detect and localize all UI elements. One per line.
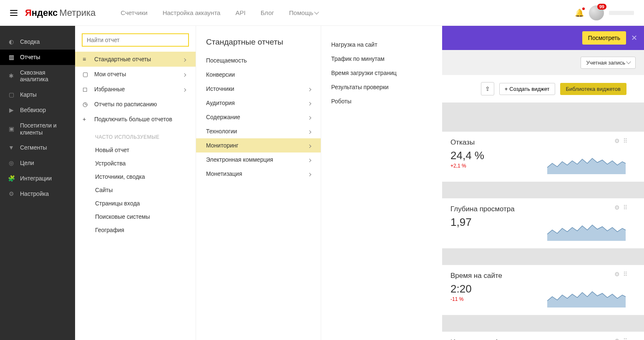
freq-report-5[interactable]: Поисковые системы	[75, 210, 196, 223]
drag-icon[interactable]: ⠿	[623, 138, 627, 144]
std-report-label: Источники	[206, 85, 234, 92]
close-icon[interactable]: ✕	[631, 33, 637, 42]
export-icon[interactable]: ⇪	[481, 82, 494, 95]
drag-icon[interactable]: ⠿	[623, 271, 627, 278]
chevron-right-icon	[308, 156, 311, 163]
report-group-0[interactable]: Стандартные отчеты	[75, 52, 196, 67]
search-input[interactable]	[87, 37, 184, 43]
reports-panel: Стандартные отчетыМои отчетыИзбранныеОтч…	[75, 26, 196, 340]
sidebar-label: Цели	[20, 160, 68, 167]
account-dropdown[interactable]: Учетная запись	[581, 57, 636, 69]
chevron-right-icon	[308, 114, 311, 120]
freq-report-0[interactable]: Новый отчет	[75, 143, 196, 157]
widget-2: ⚙⠿Время на сайте2:20-11 %	[442, 265, 644, 315]
gear-icon[interactable]: ⚙	[614, 204, 620, 211]
std-report-label: Аудитория	[206, 100, 235, 106]
widget-1: ⚙⠿Глубина просмотра1,97	[442, 198, 644, 248]
freq-report-4[interactable]: Страницы входа	[75, 197, 196, 210]
std-report-7[interactable]: Электронная коммерция	[196, 152, 321, 167]
sidebar-label: Вебвизор	[20, 107, 68, 114]
widget-title: Время на сайте	[450, 272, 626, 280]
monitoring-item-2[interactable]: Время загрузки страниц	[321, 66, 442, 80]
nav-api[interactable]: API	[235, 9, 245, 16]
sidebar-icon	[8, 175, 15, 182]
monitoring-item-0[interactable]: Нагрузка на сайт	[321, 38, 442, 52]
sidebar-label: Сквозная аналитика	[20, 69, 68, 83]
report-label: Подключить больше отчетов	[94, 116, 172, 122]
avatar[interactable]: 99	[589, 5, 604, 20]
dashboard-area: Посмотреть ✕ Учетная запись ⇪ +Создать в…	[442, 26, 644, 340]
sidebar-icon	[8, 54, 15, 61]
logo-y: Я	[25, 8, 32, 18]
report-group-4[interactable]: Подключить больше отчетов	[75, 112, 196, 127]
std-report-8[interactable]: Монетизация	[196, 167, 321, 181]
report-label: Мои отчеты	[94, 71, 126, 78]
sidebar-item-3[interactable]: Карты	[0, 87, 75, 102]
std-report-1[interactable]: Конверсии	[196, 68, 321, 82]
sidebar-icon	[8, 125, 15, 132]
freq-used-header: ЧАСТО ИСПОЛЬЗУЕМЫЕ	[75, 127, 196, 143]
sidebar-item-2[interactable]: Сквозная аналитика	[0, 65, 75, 88]
drag-icon[interactable]: ⠿	[623, 338, 627, 340]
sidebar-item-7[interactable]: Цели	[0, 155, 75, 171]
freq-report-3[interactable]: Сайты	[75, 183, 196, 197]
view-button[interactable]: Посмотреть	[582, 31, 626, 45]
toolbar-row: Учетная запись	[442, 50, 644, 75]
freq-report-6[interactable]: География	[75, 223, 196, 237]
freq-report-2[interactable]: Источники, сводка	[75, 170, 196, 183]
std-report-6[interactable]: Мониторинг	[196, 138, 321, 152]
gear-icon[interactable]: ⚙	[614, 338, 620, 340]
header: Яндекс Метрика Счетчики Настройка аккаун…	[0, 0, 644, 26]
std-report-0[interactable]: Посещаемость	[196, 53, 321, 68]
sidebar-label: Настройка	[20, 190, 68, 198]
sidebar-item-0[interactable]: Сводка	[0, 34, 75, 50]
gear-icon[interactable]: ⚙	[614, 138, 620, 144]
nav-counters[interactable]: Счетчики	[121, 9, 147, 16]
sidebar-item-6[interactable]: Сегменты	[0, 140, 75, 155]
sidebar-item-8[interactable]: Интеграции	[0, 171, 75, 186]
logo[interactable]: Яндекс Метрика	[25, 8, 96, 18]
nav-account-settings[interactable]: Настройка аккаунта	[163, 9, 221, 16]
widget-title: Глубина просмотра	[450, 205, 626, 213]
bell-icon[interactable]: 🔔	[575, 8, 584, 18]
std-report-2[interactable]: Источники	[196, 82, 321, 96]
sparkline	[547, 222, 626, 241]
report-group-3[interactable]: Отчеты по расписанию	[75, 97, 196, 112]
widget-title: Источник трафика	[450, 338, 626, 340]
widget-library-button[interactable]: Библиотека виджетов	[560, 83, 627, 95]
sidebar-icon	[8, 91, 15, 98]
std-report-label: Мониторинг	[206, 142, 239, 149]
user-name[interactable]	[609, 11, 634, 15]
sidebar-item-1[interactable]: Отчеты	[0, 50, 75, 65]
sidebar-label: Отчеты	[20, 54, 68, 61]
create-widget-button[interactable]: +Создать виджет	[499, 83, 555, 95]
nav-help[interactable]: Помощь	[289, 9, 318, 16]
chevron-right-icon	[308, 142, 311, 149]
chevron-down-icon	[626, 59, 631, 64]
promo-bar: Посмотреть ✕	[442, 26, 644, 50]
sidebar-item-9[interactable]: Настройка	[0, 186, 75, 202]
sidebar-item-5[interactable]: Посетители и клиенты	[0, 118, 75, 140]
menu-icon[interactable]	[10, 10, 18, 16]
std-report-5[interactable]: Технологии	[196, 124, 321, 138]
sidebar-label: Интеграции	[20, 175, 68, 182]
report-group-2[interactable]: Избранные	[75, 82, 196, 97]
report-group-1[interactable]: Мои отчеты	[75, 67, 196, 82]
sparkline	[547, 288, 626, 308]
report-icon	[83, 101, 89, 108]
std-report-3[interactable]: Аудитория	[196, 96, 321, 110]
drag-icon[interactable]: ⠿	[623, 204, 627, 211]
sidebar-icon	[8, 190, 15, 198]
nav-blog[interactable]: Блог	[261, 9, 274, 16]
gear-icon[interactable]: ⚙	[614, 271, 620, 278]
monitoring-item-3[interactable]: Результаты проверки	[321, 80, 442, 94]
sidebar: СводкаОтчетыСквозная аналитикаКартыВебви…	[0, 26, 75, 340]
monitoring-item-4[interactable]: Роботы	[321, 94, 442, 108]
sidebar-item-4[interactable]: Вебвизор	[0, 102, 75, 118]
std-report-4[interactable]: Содержание	[196, 110, 321, 124]
monitoring-panel: Нагрузка на сайтТрафик по минутамВремя з…	[321, 26, 442, 340]
sidebar-icon	[8, 160, 15, 167]
monitoring-item-1[interactable]: Трафик по минутам	[321, 52, 442, 66]
freq-report-1[interactable]: Устройства	[75, 157, 196, 170]
sidebar-label: Карты	[20, 91, 68, 98]
